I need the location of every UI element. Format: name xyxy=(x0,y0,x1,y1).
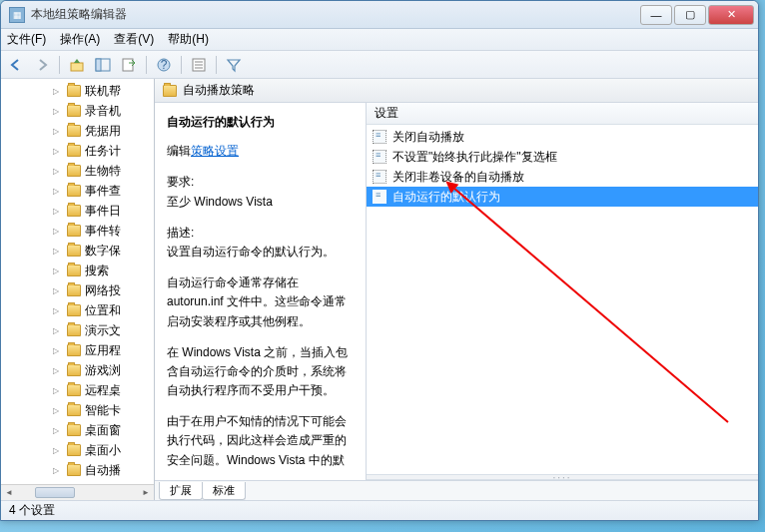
edit-prefix: 编辑 xyxy=(167,144,191,158)
folder-icon xyxy=(67,185,81,197)
close-button[interactable]: ✕ xyxy=(708,5,754,25)
tree-item-label: 应用程 xyxy=(85,342,121,359)
tree-item-label: 任务计 xyxy=(85,143,121,160)
export-button[interactable] xyxy=(118,54,140,76)
settings-list-pane: 设置 关闭自动播放不设置"始终执行此操作"复选框关闭非卷设备的自动播放自动运行的… xyxy=(367,103,758,480)
tree-item[interactable]: 事件转 xyxy=(65,221,154,241)
tree-item[interactable]: 事件查 xyxy=(65,181,154,201)
tree-item[interactable]: 网络投 xyxy=(65,280,154,300)
forward-button[interactable] xyxy=(31,54,53,76)
tree-item[interactable]: 联机帮 xyxy=(65,81,154,101)
tree-item[interactable]: 应用程 xyxy=(65,340,154,360)
back-button[interactable] xyxy=(5,54,27,76)
tab-extended[interactable]: 扩展 xyxy=(159,482,203,500)
nav-tree[interactable]: 联机帮录音机凭据用任务计生物特事件查事件日事件转数字保搜索网络投位置和演示文应用… xyxy=(1,79,155,500)
tree-horizontal-scrollbar[interactable]: ◄ ► xyxy=(1,484,154,500)
tree-item[interactable]: 桌面小 xyxy=(65,440,154,460)
list-item[interactable]: 关闭自动播放 xyxy=(367,127,758,147)
menubar: 文件(F) 操作(A) 查看(V) 帮助(H) xyxy=(1,29,758,51)
tree-item-label: 搜索 xyxy=(85,263,109,279)
edit-policy-link[interactable]: 策略设置 xyxy=(191,144,239,158)
filter-button[interactable] xyxy=(223,54,245,76)
setting-icon xyxy=(373,130,386,144)
tree-item-label: 生物特 xyxy=(85,163,121,180)
tree-item[interactable]: 远程桌 xyxy=(65,380,154,400)
setting-icon xyxy=(373,150,386,164)
folder-icon xyxy=(67,424,81,436)
folder-icon xyxy=(67,284,81,296)
menu-action[interactable]: 操作(A) xyxy=(60,31,100,48)
tree-item[interactable]: 数字保 xyxy=(65,241,154,261)
titlebar[interactable]: ▦ 本地组策略编辑器 — ▢ ✕ xyxy=(1,1,758,29)
up-button[interactable] xyxy=(66,54,88,76)
minimize-button[interactable]: — xyxy=(640,5,672,25)
folder-icon xyxy=(67,225,81,237)
folder-icon xyxy=(163,85,177,97)
tree-item-label: 桌面小 xyxy=(85,442,121,459)
settings-list[interactable]: 关闭自动播放不设置"始终执行此操作"复选框关闭非卷设备的自动播放自动运行的默认行… xyxy=(367,125,758,474)
tree-item[interactable]: 凭据用 xyxy=(65,121,154,141)
content: 联机帮录音机凭据用任务计生物特事件查事件日事件转数字保搜索网络投位置和演示文应用… xyxy=(1,79,758,500)
folder-icon xyxy=(67,464,81,476)
folder-icon xyxy=(67,125,81,137)
setting-icon xyxy=(373,190,386,204)
desc-text2: 自动运行命令通常存储在 autorun.inf 文件中。这些命令通常启动安装程序… xyxy=(167,273,354,331)
main-header: 自动播放策略 xyxy=(155,79,758,103)
properties-button[interactable] xyxy=(188,54,210,76)
svg-rect-3 xyxy=(123,59,133,71)
status-text: 4 个设置 xyxy=(9,502,55,519)
folder-icon xyxy=(67,145,81,157)
tree-item[interactable]: 搜索 xyxy=(65,261,154,280)
list-item-label: 自动运行的默认行为 xyxy=(392,189,500,206)
window-title: 本地组策略编辑器 xyxy=(31,6,640,23)
req-label: 要求: xyxy=(167,173,354,192)
tree-item-label: 事件查 xyxy=(85,183,121,200)
menu-help[interactable]: 帮助(H) xyxy=(168,31,209,48)
tree-item-label: 数字保 xyxy=(85,243,121,260)
show-hide-tree-button[interactable] xyxy=(92,54,114,76)
list-item[interactable]: 关闭非卷设备的自动播放 xyxy=(367,167,758,187)
help-button[interactable]: ? xyxy=(153,54,175,76)
tree-item-label: 智能卡 xyxy=(85,402,121,419)
tree-item[interactable]: 演示文 xyxy=(65,320,154,340)
tree-item[interactable]: 录音机 xyxy=(65,101,154,121)
tree-item-label: 位置和 xyxy=(85,302,121,319)
statusbar: 4 个设置 xyxy=(1,500,758,520)
folder-icon xyxy=(67,105,81,117)
tree-item[interactable]: 位置和 xyxy=(65,300,154,320)
list-item[interactable]: 自动运行的默认行为 xyxy=(367,187,758,207)
description-pane: 自动运行的默认行为 编辑策略设置 要求: 至少 Windows Vista 描述… xyxy=(155,103,367,480)
list-item-label: 关闭非卷设备的自动播放 xyxy=(392,169,524,186)
app-icon: ▦ xyxy=(9,7,25,23)
list-column-header[interactable]: 设置 xyxy=(367,103,758,125)
list-item[interactable]: 不设置"始终执行此操作"复选框 xyxy=(367,147,758,167)
folder-icon xyxy=(67,85,81,97)
tree-item-label: 事件转 xyxy=(85,223,121,240)
tree-item[interactable]: 事件日 xyxy=(65,201,154,221)
menu-file[interactable]: 文件(F) xyxy=(7,31,46,48)
folder-icon xyxy=(67,205,81,217)
desc-text1: 设置自动运行命令的默认行为。 xyxy=(167,243,354,262)
tree-item-label: 凭据用 xyxy=(85,123,121,140)
folder-icon xyxy=(67,304,81,316)
tree-item[interactable]: 智能卡 xyxy=(65,400,154,420)
tree-item[interactable]: 任务计 xyxy=(65,141,154,161)
maximize-button[interactable]: ▢ xyxy=(674,5,706,25)
tree-item-label: 远程桌 xyxy=(85,382,121,399)
tree-item[interactable]: 桌面窗 xyxy=(65,420,154,440)
svg-text:?: ? xyxy=(161,58,168,72)
folder-icon xyxy=(67,245,81,257)
view-tabs: 扩展 标准 xyxy=(155,480,758,500)
tab-standard[interactable]: 标准 xyxy=(202,482,246,500)
req-text: 至少 Windows Vista xyxy=(167,193,354,212)
list-splitter[interactable] xyxy=(367,474,758,480)
folder-icon xyxy=(67,165,81,177)
main-pane: 自动播放策略 自动运行的默认行为 编辑策略设置 要求: 至少 Windows V… xyxy=(155,79,758,500)
desc-text3: 在 Windows Vista 之前，当插入包含自动运行命令的介质时，系统将自动… xyxy=(167,343,354,401)
tree-item[interactable]: 生物特 xyxy=(65,161,154,181)
tree-item[interactable]: 游戏浏 xyxy=(65,360,154,380)
tree-item[interactable]: 自动播 xyxy=(65,460,154,480)
menu-view[interactable]: 查看(V) xyxy=(114,31,154,48)
tree-item-label: 自动播 xyxy=(85,462,121,479)
toolbar: ? xyxy=(1,51,758,79)
